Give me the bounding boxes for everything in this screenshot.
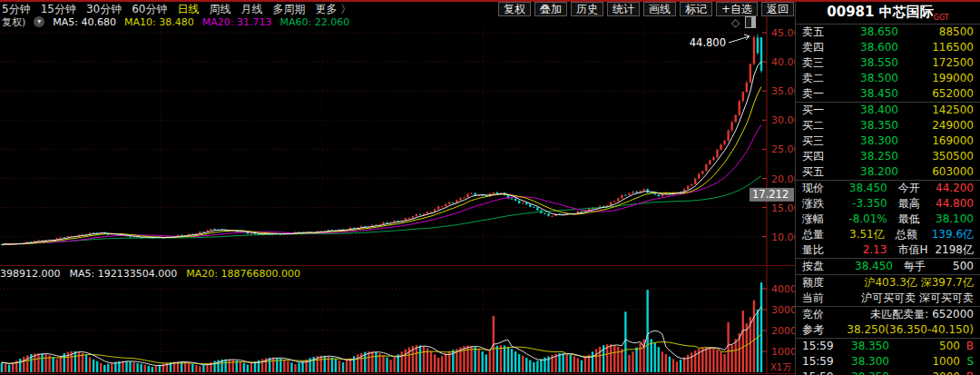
- tab-60min[interactable]: 60分钟: [132, 2, 167, 17]
- quote-value: 2198亿: [935, 242, 974, 258]
- ask-volume: 652000: [898, 86, 974, 102]
- quote-value: 3.51亿: [837, 227, 885, 242]
- ask-volume: 116500: [898, 40, 974, 55]
- bid-label: 买三: [802, 133, 844, 149]
- bid-label: 买一: [802, 103, 844, 118]
- ask-volume: 88500: [898, 25, 974, 40]
- stock-title: 00981 中芯国际GGT: [796, 2, 980, 24]
- quote-value: 2.13: [838, 242, 887, 258]
- quote-row: 涨跌-3.350最高44.800: [796, 196, 980, 212]
- svg-text:40000: 40000: [771, 283, 795, 295]
- reference-row: 参考38.250(36.350-40.150): [796, 322, 980, 338]
- chart-corner-icons: ◇: [731, 16, 756, 28]
- info-value: 未匹配卖量: 652000: [840, 307, 974, 322]
- stock-code: 00981: [827, 4, 874, 20]
- info-label: 参考: [802, 322, 840, 338]
- quote-value: 38.450: [838, 181, 887, 196]
- svg-text:10000: 10000: [771, 346, 795, 358]
- info-label: 竞价: [802, 307, 840, 322]
- adjust-mode-label: 复权): [2, 15, 25, 29]
- tab-daily[interactable]: 日线: [177, 2, 199, 17]
- adjust-price-button[interactable]: 复权: [498, 2, 531, 16]
- trade-side: B: [960, 370, 974, 375]
- panel-toggle-icon[interactable]: [745, 16, 756, 28]
- bid-row-2[interactable]: 买二38.350249000: [796, 118, 980, 133]
- ask-row-4[interactable]: 卖四38.600116500: [796, 40, 980, 55]
- quote-label: 今开: [898, 181, 936, 196]
- ask-row-3[interactable]: 卖三38.550172500: [796, 55, 980, 71]
- quote-label: 总额: [896, 227, 932, 242]
- tab-15min[interactable]: 15分钟: [41, 2, 76, 17]
- add-watchlist-button[interactable]: +自选: [716, 2, 758, 16]
- back-button[interactable]: 返回: [761, 2, 794, 16]
- trade-price: 38.300: [837, 354, 889, 370]
- svg-text:X1万: X1万: [770, 362, 791, 372]
- ask-row-5[interactable]: 卖五38.65088500: [796, 25, 980, 40]
- history-button[interactable]: 历史: [571, 2, 603, 16]
- quote-value: -8.01%: [838, 212, 887, 227]
- tab-multi-period[interactable]: 多周期: [272, 2, 305, 17]
- svg-text:35.00: 35.00: [771, 85, 795, 97]
- stock-tag: GGT: [934, 14, 949, 22]
- trade-tick-row: 15:5938.3001000S: [796, 354, 980, 370]
- ask-row-1[interactable]: 卖一38.450652000: [796, 86, 980, 102]
- bid-label: 买四: [802, 149, 844, 164]
- quote-value: 139.6亿: [932, 227, 974, 242]
- chevron-down-icon[interactable]: ▾: [34, 16, 44, 27]
- quote-label: 现价: [802, 181, 838, 196]
- quote-value: 38.450: [840, 259, 893, 274]
- trade-time: 15:59: [802, 354, 837, 370]
- svg-text:44.800: 44.800: [690, 36, 726, 49]
- ask-volume: 172500: [898, 55, 974, 71]
- trade-side: S: [960, 354, 974, 370]
- volume-ma-legend: 398912.000 MA5: 192133504.000 MA20: 1887…: [0, 268, 300, 281]
- ask-price: 38.650: [844, 25, 898, 40]
- ask-label: 卖四: [802, 40, 844, 55]
- tab-monthly[interactable]: 月线: [240, 2, 262, 17]
- quote-value: -3.350: [838, 196, 887, 212]
- trade-price: 38.350: [837, 339, 889, 354]
- svg-text:25.00: 25.00: [771, 143, 795, 155]
- statistics-button[interactable]: 统计: [607, 2, 640, 16]
- diamond-icon[interactable]: ◇: [731, 17, 740, 28]
- svg-text:17.212: 17.212: [752, 188, 789, 201]
- tool-buttons: 复权 叠加 历史 统计 画线 标记 +自选 返回: [498, 2, 795, 16]
- ma20-label: MA20: 31.713: [202, 16, 272, 28]
- volume-value-label: 398912.000: [0, 268, 60, 281]
- info-value: 沪可买可卖 深可买可卖: [840, 291, 974, 306]
- draw-line-button[interactable]: 画线: [643, 2, 676, 16]
- bid-row-3[interactable]: 买三38.300169000: [796, 133, 980, 149]
- bid-price: 38.200: [844, 164, 898, 180]
- tab-more[interactable]: 更多 〉: [315, 2, 351, 17]
- bid-row-1[interactable]: 买一38.400142500: [796, 103, 980, 118]
- ask-row-2[interactable]: 卖二38.500199000: [796, 71, 980, 86]
- quote-label: 每手: [904, 259, 944, 274]
- ask-price: 38.500: [844, 71, 898, 86]
- bid-row-5[interactable]: 买五38.200603000: [796, 164, 980, 180]
- price-volume-chart[interactable]: 45.0040.0035.0030.0025.0020.0015.0010.00…: [0, 0, 795, 375]
- info-label: 当前: [802, 291, 840, 306]
- ask-label: 卖二: [802, 71, 844, 86]
- period-tabs: 5分钟 15分钟 30分钟 60分钟 日线 周线 月线 多周期 更多 〉: [0, 2, 351, 17]
- tab-30min[interactable]: 30分钟: [86, 2, 122, 17]
- ma60-label: MA60: 22.060: [279, 16, 349, 28]
- trade-side: B: [960, 339, 974, 354]
- bid-row-4[interactable]: 买四38.250350500: [796, 149, 980, 164]
- quote-label: 涨跌: [802, 196, 838, 212]
- quote-row: 总量3.51亿总额139.6亿: [796, 227, 980, 242]
- overlay-button[interactable]: 叠加: [534, 2, 567, 16]
- mark-button[interactable]: 标记: [680, 2, 712, 16]
- trade-volume: 2000: [889, 370, 960, 375]
- trade-price: 38.350: [837, 370, 889, 375]
- ma10-label: MA10: 38.480: [124, 16, 194, 28]
- tab-weekly[interactable]: 周线: [209, 2, 230, 17]
- quote-label: 按盘: [802, 259, 840, 274]
- volume-ma20-label: MA20: 188766800.000: [186, 268, 300, 281]
- bid-price: 38.300: [844, 133, 898, 149]
- bid-price: 38.350: [844, 118, 898, 133]
- bid-label: 买二: [802, 118, 844, 133]
- quota-row: 额度沪403.3亿 深397.7亿: [796, 275, 980, 291]
- ask-volume: 199000: [898, 71, 974, 86]
- trade-volume: 500: [889, 339, 960, 354]
- bid-price: 38.250: [844, 149, 898, 164]
